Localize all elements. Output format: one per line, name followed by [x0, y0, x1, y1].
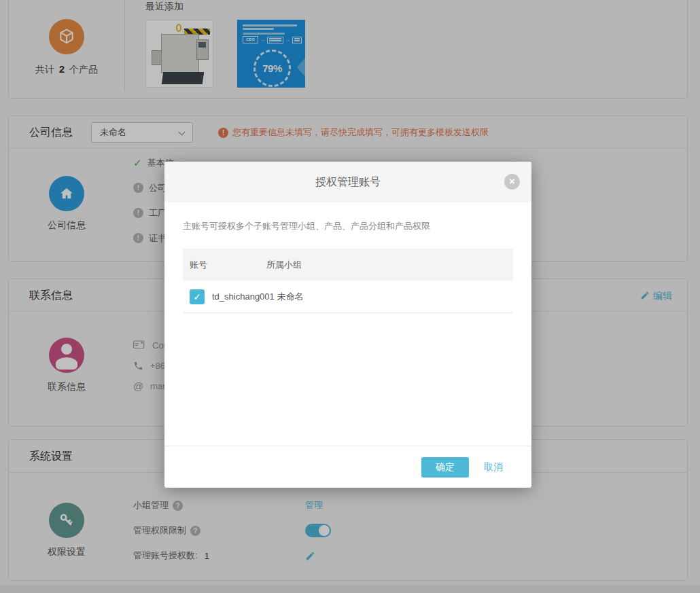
modal-description: 主账号可授权多个子账号管理小组、产品、产品分组和产品权限: [183, 220, 513, 232]
account-checkbox[interactable]: ✓: [190, 289, 205, 304]
modal-title: 授权管理账号: [315, 175, 381, 190]
column-group: 所属小组: [266, 259, 302, 271]
close-icon[interactable]: ×: [504, 174, 520, 190]
modal-body: 主账号可授权多个子账号管理小组、产品、产品分组和产品权限 账号 所属小组 ✓ t…: [164, 220, 531, 313]
confirm-button[interactable]: 确定: [421, 457, 469, 478]
cancel-button[interactable]: 取消: [484, 461, 503, 473]
authorize-account-modal: 授权管理账号 × 主账号可授权多个子账号管理小组、产品、产品分组和产品权限 账号…: [164, 162, 531, 488]
account-row-text: td_shichang001未命名: [212, 291, 307, 303]
column-account: 账号: [183, 259, 266, 271]
modal-footer: 确定 取消: [164, 446, 531, 488]
account-name: td_shichang001: [212, 291, 275, 302]
account-table-row: ✓ td_shichang001未命名: [183, 281, 513, 313]
modal-header: 授权管理账号 ×: [164, 162, 531, 202]
account-table-header: 账号 所属小组: [183, 249, 513, 281]
account-group: 未命名: [277, 291, 304, 302]
